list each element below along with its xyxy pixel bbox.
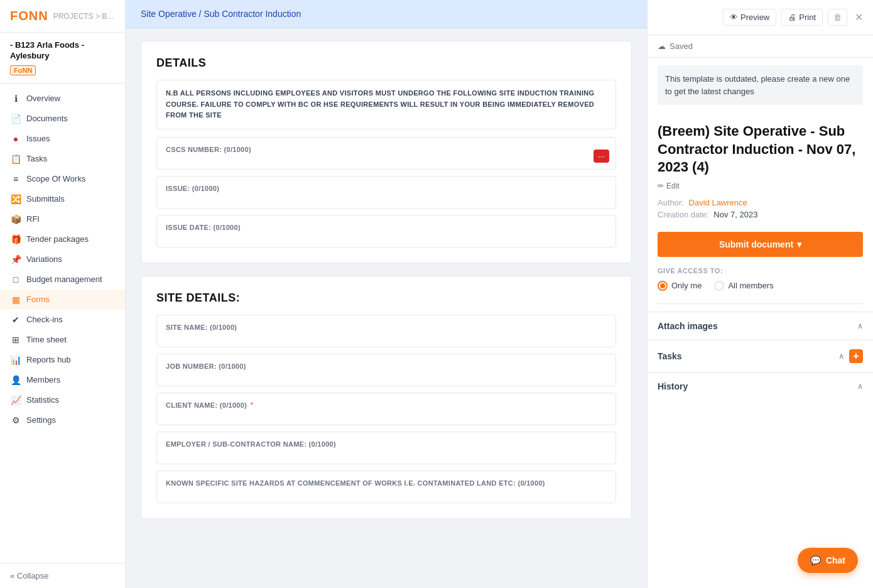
collapse-button[interactable]: « Collapse — [0, 563, 125, 588]
employer-field[interactable]: EMPLOYER / SUB-CONTRACTOR NAME: (0/1000) — [156, 432, 616, 464]
submittals-icon: 🔀 — [10, 194, 21, 204]
client-name-field[interactable]: CLIENT NAME: (0/1000) * — [156, 393, 616, 425]
chat-button[interactable]: 💬 Chat — [798, 548, 858, 573]
saved-label: Saved — [670, 41, 693, 51]
sidebar: FONN PROJECTS > B... - B123 Arla Foods -… — [0, 0, 126, 588]
tender-icon: 🎁 — [10, 234, 21, 244]
sidebar-item-label: Overview — [26, 94, 60, 103]
job-number-field[interactable]: JOB NUMBER: (0/1000) — [156, 354, 616, 386]
sidebar-item-time-sheet[interactable]: ⊞ Time sheet — [0, 330, 125, 350]
access-radio-group: Only me All members — [658, 281, 863, 291]
variations-icon: 📌 — [10, 254, 21, 264]
notice-box: N.B ALL PERSONS INCLUDING EMPLOYEES AND … — [156, 80, 616, 129]
reports-icon: 📊 — [10, 355, 21, 365]
sidebar-item-statistics[interactable]: 📈 Statistics — [0, 390, 125, 410]
document-meta: Author: David Lawrence Creation date: No… — [648, 198, 873, 232]
author-row: Author: David Lawrence — [658, 198, 863, 207]
history-section[interactable]: History ∧ — [648, 372, 873, 400]
statistics-icon: 📈 — [10, 395, 21, 405]
sidebar-item-label: Tender packages — [26, 234, 89, 244]
fonn-badge: FoNN — [10, 65, 36, 75]
print-label: Print — [799, 13, 816, 22]
edit-label: Edit — [666, 182, 680, 190]
sidebar-item-reports-hub[interactable]: 📊 Reports hub — [0, 350, 125, 370]
only-me-label: Only me — [671, 281, 702, 290]
employer-label: EMPLOYER / SUB-CONTRACTOR NAME: (0/1000) — [166, 440, 336, 448]
sidebar-item-tender-packages[interactable]: 🎁 Tender packages — [0, 229, 125, 249]
sidebar-item-label: Submittals — [26, 194, 65, 204]
saved-icon: ☁ — [658, 41, 666, 51]
settings-icon: ⚙ — [10, 415, 21, 425]
issue-label: ISSUE: (0/1000) — [166, 185, 219, 192]
divider-1 — [658, 303, 863, 304]
logo-area: FONN PROJECTS > B... — [0, 0, 125, 33]
chat-label: Chat — [826, 555, 845, 565]
creation-date-row: Creation date: Nov 7, 2023 — [658, 210, 863, 219]
sidebar-item-variations[interactable]: 📌 Variations — [0, 249, 125, 270]
issue-date-field[interactable]: ISSUE DATE: (0/1000) — [156, 215, 616, 248]
only-me-radio[interactable] — [658, 281, 668, 291]
access-label: GIVE ACCESS TO: — [658, 267, 863, 275]
required-indicator: * — [251, 401, 254, 410]
print-button[interactable]: 🖨 Print — [781, 9, 823, 26]
scope-icon: ≡ — [10, 174, 21, 184]
sidebar-item-budget-management[interactable]: □ Budget management — [0, 270, 125, 290]
creation-value: Nov 7, 2023 — [713, 210, 757, 219]
attach-images-label: Attach images — [658, 321, 718, 331]
tasks-section[interactable]: Tasks ∧ + — [648, 340, 873, 372]
sidebar-item-overview[interactable]: ℹ Overview — [0, 89, 125, 109]
sidebar-item-forms[interactable]: ▦ Forms — [0, 290, 125, 310]
sidebar-item-label: Documents — [26, 114, 68, 123]
sidebar-item-submittals[interactable]: 🔀 Submittals — [0, 189, 125, 209]
right-panel-header: 👁 Preview 🖨 Print 🗑 ✕ — [648, 0, 873, 35]
documents-icon: 📄 — [10, 114, 21, 124]
sidebar-item-label: Time sheet — [26, 335, 67, 344]
sidebar-item-settings[interactable]: ⚙ Settings — [0, 410, 125, 430]
sidebar-item-label: Forms — [26, 295, 50, 304]
sidebar-item-documents[interactable]: 📄 Documents — [0, 109, 125, 129]
preview-button[interactable]: 👁 Preview — [723, 9, 776, 26]
sidebar-item-rfi[interactable]: 📦 RFI — [0, 209, 125, 229]
edit-link[interactable]: ✏ Edit — [648, 182, 873, 198]
attach-images-section[interactable]: Attach images ∧ — [648, 312, 873, 340]
sidebar-item-scope-of-works[interactable]: ≡ Scope Of Works — [0, 169, 125, 189]
outdated-notice: This template is outdated, please create… — [658, 65, 863, 105]
all-members-label: All members — [728, 281, 773, 290]
access-only-me[interactable]: Only me — [658, 281, 702, 291]
sidebar-item-label: Members — [26, 375, 60, 384]
sidebar-item-check-ins[interactable]: ✔ Check-ins — [0, 310, 125, 330]
sidebar-item-label: Variations — [26, 254, 62, 264]
tasks-icon: 📋 — [10, 154, 21, 164]
close-button[interactable]: ✕ — [855, 11, 863, 23]
access-all-members[interactable]: All members — [714, 281, 773, 291]
site-name-field[interactable]: SITE NAME: (0/1000) — [156, 315, 616, 347]
add-task-button[interactable]: + — [849, 349, 863, 363]
sidebar-item-label: Issues — [26, 134, 50, 143]
cscs-field[interactable]: CSCS NUMBER: (0/1000) ··· — [156, 137, 616, 170]
members-icon: 👤 — [10, 375, 21, 385]
hazards-field[interactable]: KNOWN SPECIFIC SITE HAZARDS AT COMMENCEM… — [156, 471, 616, 503]
form-wrapper: DETAILS N.B ALL PERSONS INCLUDING EMPLOY… — [126, 28, 647, 544]
sidebar-item-members[interactable]: 👤 Members — [0, 370, 125, 390]
site-details-section: SITE DETAILS: SITE NAME: (0/1000) JOB NU… — [141, 276, 632, 519]
sidebar-item-issues[interactable]: ● Issues — [0, 129, 125, 149]
issue-field[interactable]: ISSUE: (0/1000) — [156, 176, 616, 209]
cscs-menu-button[interactable]: ··· — [594, 150, 609, 163]
all-members-radio[interactable] — [714, 281, 724, 291]
check-ins-icon: ✔ — [10, 315, 21, 325]
client-name-label: CLIENT NAME: (0/1000) — [166, 401, 247, 409]
sidebar-item-label: Check-ins — [26, 315, 63, 324]
details-title: DETAILS — [156, 57, 616, 70]
delete-button[interactable]: 🗑 — [828, 9, 847, 26]
sidebar-item-label: Scope Of Works — [26, 174, 85, 183]
sidebar-item-label: Reports hub — [26, 355, 71, 364]
author-value[interactable]: David Lawrence — [689, 198, 747, 207]
sidebar-item-tasks[interactable]: 📋 Tasks — [0, 149, 125, 169]
submit-button[interactable]: Submit document ▾ — [658, 232, 863, 257]
history-label: History — [658, 381, 688, 391]
forms-icon: ▦ — [10, 295, 21, 305]
creation-label: Creation date: — [658, 210, 709, 219]
document-title: (Breem) Site Operative - Sub Contractor … — [648, 112, 873, 182]
tasks-label: Tasks — [658, 351, 682, 361]
main-content: Site Operative / Sub Contractor Inductio… — [126, 0, 647, 588]
